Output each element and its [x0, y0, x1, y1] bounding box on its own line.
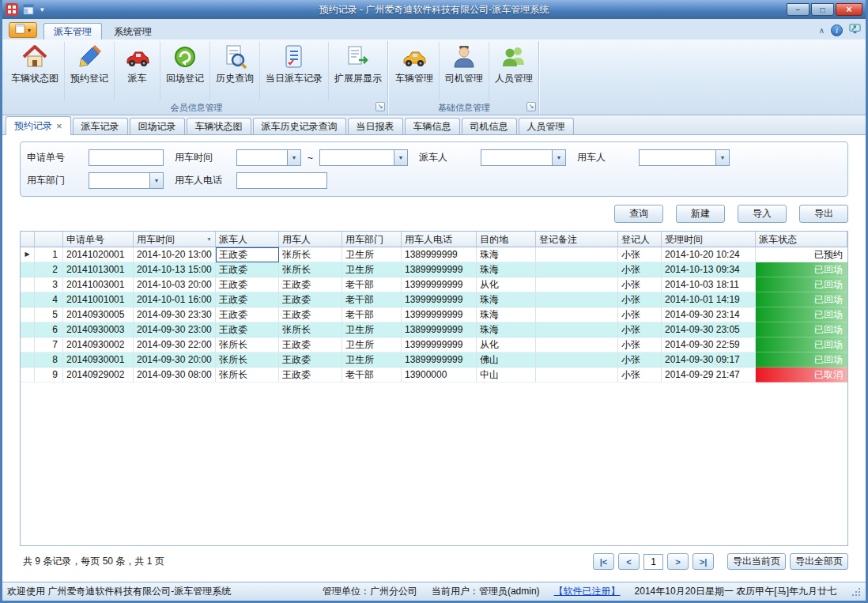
cell-accept-time[interactable]: 2014-10-03 18:11 [662, 277, 756, 292]
cell-request-no[interactable]: 20140930002 [63, 337, 134, 352]
cell-register-note[interactable] [536, 307, 618, 322]
cell-request-no[interactable]: 20140930005 [63, 307, 134, 322]
use-time-from-combo[interactable]: ▼ [236, 149, 301, 166]
info-icon[interactable]: i [831, 24, 843, 36]
cell-user-phone[interactable]: 13899999999 [402, 322, 477, 337]
cell-request-no[interactable]: 20140930001 [63, 352, 134, 367]
doc-tab-daily-report[interactable]: 当日报表 [348, 118, 403, 134]
user-phone-input[interactable] [236, 172, 327, 189]
cell-request-no[interactable]: 20141003001 [63, 277, 134, 292]
cell-destination[interactable]: 从化 [477, 337, 536, 352]
cell-user-phone[interactable]: 13999999999 [402, 337, 477, 352]
cell-register-note[interactable] [536, 367, 618, 383]
cell-register-note[interactable] [536, 337, 618, 352]
cell-department[interactable]: 老干部 [342, 292, 402, 307]
column-header-register-note[interactable]: 登记备注 [536, 232, 618, 247]
cell-use-time[interactable]: 2014-09-30 08:00 [134, 367, 216, 383]
cell-car-user[interactable]: 张所长 [279, 262, 342, 277]
cell-register-note[interactable] [536, 352, 618, 367]
car-user-combo[interactable]: ▼ [639, 149, 730, 166]
cell-registrar[interactable]: 小张 [618, 307, 662, 322]
cell-car-user[interactable]: 王政委 [279, 352, 342, 367]
cell-registrar[interactable]: 小张 [618, 337, 662, 352]
cell-dispatcher[interactable]: 张所长 [216, 352, 279, 367]
table-row[interactable]: 4201410010012014-10-01 16:00王政委王政委老干部139… [21, 292, 847, 307]
cell-request-no[interactable]: 20141013001 [63, 262, 134, 277]
column-header-car-user[interactable]: 用车人 [279, 232, 342, 247]
close-tab-icon[interactable]: × [56, 122, 62, 131]
cell-registrar[interactable]: 小张 [618, 352, 662, 367]
column-header-user-phone[interactable]: 用车人电话 [402, 232, 477, 247]
ribbon-button-today-dispatch-records[interactable]: 当日派车记录 [260, 41, 329, 101]
ribbon-button-extend-screen[interactable]: 扩展屏显示 [329, 41, 387, 101]
cell-destination[interactable]: 珠海 [477, 292, 536, 307]
status-badge[interactable]: 已回场 [756, 337, 847, 352]
next-page-button[interactable]: > [667, 553, 689, 570]
ribbon-button-personnel-manage[interactable]: 人员管理 [489, 41, 538, 101]
cell-registrar[interactable]: 小张 [618, 262, 662, 277]
cell-car-user[interactable]: 王政委 [279, 292, 342, 307]
ribbon-button-dispatch[interactable]: 派车 [115, 41, 160, 101]
cell-destination[interactable]: 佛山 [477, 352, 536, 367]
doc-tab-return-records[interactable]: 回场记录 [130, 118, 185, 134]
cell-registrar[interactable]: 小张 [618, 367, 662, 383]
cell-register-note[interactable] [536, 277, 618, 292]
cell-dispatcher[interactable]: 王政委 [216, 322, 279, 337]
display-settings-icon[interactable] [849, 23, 861, 37]
request-no-input[interactable] [89, 149, 164, 166]
cell-request-no[interactable]: 20140929002 [63, 367, 134, 383]
dialog-launcher-icon[interactable]: ↘ [526, 102, 536, 111]
ribbon-tab-dispatch-manage[interactable]: 派车管理 [43, 23, 102, 40]
last-page-button[interactable]: >| [693, 553, 714, 570]
cell-request-no[interactable]: 20140930003 [63, 322, 134, 337]
table-row[interactable]: 7201409300022014-09-30 22:00张所长王政委卫生所139… [21, 337, 847, 352]
doc-tab-dispatch-records[interactable]: 派车记录 [73, 118, 128, 134]
column-header-registrar[interactable]: 登记人 [618, 232, 662, 247]
column-header-destination[interactable]: 目的地 [477, 232, 536, 247]
cell-department[interactable]: 卫生所 [342, 247, 402, 262]
cell-dispatcher[interactable]: 张所长 [216, 367, 279, 383]
cell-department[interactable]: 老干部 [342, 307, 402, 322]
cell-request-no[interactable]: 20141020001 [63, 247, 134, 262]
cell-use-time[interactable]: 2014-09-30 22:00 [134, 337, 216, 352]
cell-register-note[interactable] [536, 247, 618, 262]
table-row[interactable]: 3201410030012014-10-03 20:00王政委王政委老干部139… [21, 277, 847, 292]
cell-registrar[interactable]: 小张 [618, 322, 662, 337]
column-header-dispatch-status[interactable]: 派车状态 [756, 232, 847, 247]
cell-destination[interactable]: 珠海 [477, 307, 536, 322]
cell-dispatcher[interactable]: 王政委 [216, 247, 279, 262]
qat-dropdown-icon[interactable]: ▾ [39, 6, 46, 13]
cell-dispatcher[interactable]: 王政委 [216, 262, 279, 277]
ribbon-button-history-query[interactable]: 历史查询 [210, 41, 260, 101]
column-header-request-no[interactable]: 申请单号 [63, 232, 134, 247]
doc-tab-reservation-records[interactable]: 预约记录× [6, 116, 71, 135]
use-time-to-combo[interactable]: ▼ [319, 149, 408, 166]
cell-registrar[interactable]: 小张 [618, 247, 662, 262]
ribbon-tab-system-manage[interactable]: 系统管理 [104, 23, 162, 40]
cell-accept-time[interactable]: 2014-09-30 09:17 [662, 352, 756, 367]
cell-register-note[interactable] [536, 322, 618, 337]
ribbon-button-return-register[interactable]: 回场登记 [160, 41, 210, 101]
cell-register-note[interactable] [536, 262, 618, 277]
cell-department[interactable]: 卫生所 [342, 352, 402, 367]
status-badge[interactable]: 已回场 [756, 292, 847, 307]
dispatcher-combo[interactable]: ▼ [481, 149, 566, 166]
cell-use-time[interactable]: 2014-09-30 23:30 [134, 307, 216, 322]
ribbon-button-vehicle-manage[interactable]: 车辆管理 [390, 41, 440, 101]
cell-user-phone[interactable]: 1389999999 [402, 247, 477, 262]
doc-tab-driver-info[interactable]: 司机信息 [462, 118, 517, 134]
prev-page-button[interactable]: < [618, 553, 640, 570]
cell-dispatcher[interactable]: 王政委 [216, 292, 279, 307]
cell-car-user[interactable]: 王政委 [279, 367, 342, 383]
export-button[interactable]: 导出 [799, 205, 848, 223]
cell-user-phone[interactable]: 13999999999 [402, 277, 477, 292]
resize-grip[interactable] [851, 586, 861, 597]
cell-user-phone[interactable]: 13899999999 [402, 352, 477, 367]
cell-destination[interactable]: 中山 [477, 367, 536, 383]
cell-registrar[interactable]: 小张 [618, 292, 662, 307]
department-combo[interactable]: ▼ [89, 172, 164, 189]
cell-dispatcher[interactable]: 张所长 [216, 337, 279, 352]
table-row[interactable]: 9201409290022014-09-30 08:00张所长王政委老干部139… [21, 367, 847, 383]
cell-use-time[interactable]: 2014-10-03 20:00 [134, 277, 216, 292]
cell-user-phone[interactable]: 13999999999 [402, 307, 477, 322]
